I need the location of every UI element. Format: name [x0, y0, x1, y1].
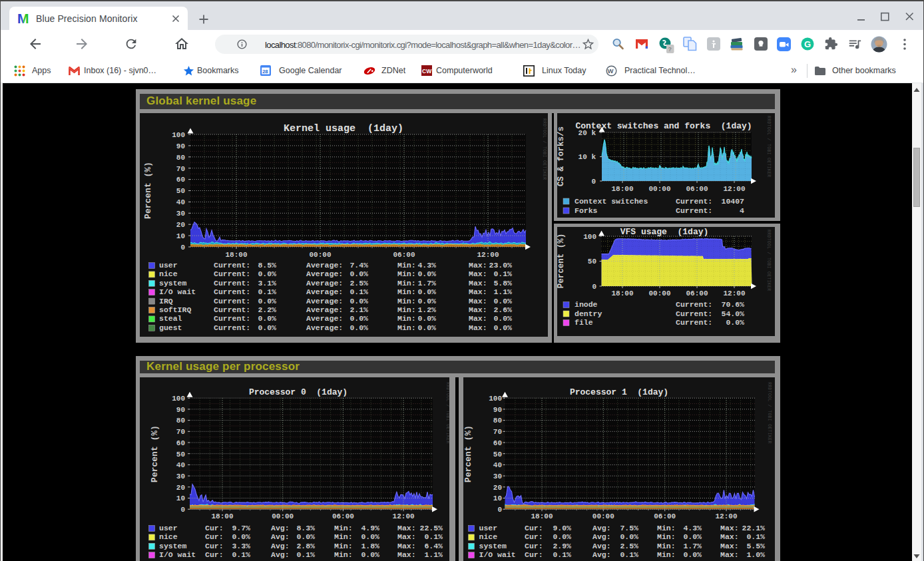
- svg-text:8.3%: 8.3%: [296, 524, 315, 532]
- svg-text:0.0%: 0.0%: [349, 323, 368, 332]
- svg-text:Cur:: Cur:: [525, 524, 543, 532]
- svg-text:3.3%: 3.3%: [232, 542, 250, 550]
- svg-text:0.0%: 0.0%: [417, 314, 436, 323]
- svg-text:Processor 1 (1day): Processor 1 (1day): [570, 387, 668, 397]
- svg-text:70.6%: 70.6%: [721, 300, 744, 309]
- svg-text:Average:: Average:: [306, 323, 343, 332]
- svg-text:1.7%: 1.7%: [683, 542, 702, 550]
- svg-text:RRDTOOL / TOBI OETIKER: RRDTOOL / TOBI OETIKER: [767, 382, 772, 443]
- svg-text:50: 50: [493, 451, 502, 459]
- svg-text:18:00: 18:00: [225, 251, 247, 259]
- svg-text:22.1%: 22.1%: [742, 524, 765, 532]
- svg-text:0.0%: 0.0%: [258, 297, 276, 305]
- svg-text:RRDTOOL / TOBI OETIKER: RRDTOOL / TOBI OETIKER: [766, 230, 771, 291]
- svg-text:90: 90: [493, 406, 502, 414]
- svg-text:I/O wait: I/O wait: [159, 550, 196, 559]
- svg-text:2.6%: 2.6%: [493, 305, 512, 314]
- svg-text:0.0%: 0.0%: [493, 314, 512, 323]
- svg-text:Cur:: Cur:: [525, 550, 543, 559]
- svg-text:2.9%: 2.9%: [553, 542, 571, 550]
- svg-text:00:00: 00:00: [648, 289, 670, 297]
- svg-text:Average:: Average:: [306, 279, 343, 287]
- svg-text:Min:: Min:: [334, 550, 353, 559]
- svg-text:CW: CW: [422, 68, 432, 75]
- svg-text:06:00: 06:00: [332, 512, 354, 520]
- svg-text:Forks: Forks: [575, 206, 598, 215]
- svg-text:Current:: Current:: [214, 297, 250, 305]
- svg-text:10: 10: [176, 494, 185, 502]
- svg-text:0.0%: 0.0%: [258, 314, 276, 323]
- svg-text:Avg:: Avg:: [271, 542, 290, 550]
- svg-text:60: 60: [493, 439, 502, 447]
- svg-text:Max:: Max:: [469, 297, 487, 305]
- svg-text:00:00: 00:00: [309, 251, 331, 259]
- svg-text:Cur:: Cur:: [525, 532, 543, 541]
- svg-text:2.5%: 2.5%: [349, 279, 368, 287]
- svg-text:0.0%: 0.0%: [349, 270, 368, 278]
- svg-text:Avg:: Avg:: [271, 532, 290, 541]
- svg-text:W: W: [608, 67, 614, 75]
- svg-text:10: 10: [493, 494, 502, 502]
- svg-text:0.0%: 0.0%: [417, 287, 436, 296]
- svg-text:Average:: Average:: [306, 270, 343, 278]
- svg-text:RRDTOOL / TOBI OETIKER: RRDTOOL / TOBI OETIKER: [445, 382, 449, 443]
- svg-text:0.0%: 0.0%: [683, 550, 702, 559]
- svg-text:system: system: [159, 279, 187, 287]
- svg-text:7.5%: 7.5%: [620, 524, 638, 532]
- svg-text:6.4%: 6.4%: [424, 542, 443, 550]
- svg-text:18:00: 18:00: [611, 289, 633, 297]
- svg-text:30: 30: [493, 472, 502, 480]
- svg-text:M: M: [17, 12, 29, 25]
- svg-text:Min:: Min:: [397, 287, 416, 296]
- svg-text:0.0%: 0.0%: [493, 297, 512, 305]
- svg-text:Current:: Current:: [214, 287, 250, 296]
- svg-text:Current:: Current:: [214, 314, 250, 323]
- svg-text:VFS usage (1day): VFS usage (1day): [620, 227, 709, 237]
- svg-text:0.1%: 0.1%: [232, 550, 250, 559]
- svg-text:Context switches and forks (1: Context switches and forks (1day): [575, 121, 752, 131]
- svg-text:Average:: Average:: [306, 297, 343, 305]
- svg-text:dentry: dentry: [575, 309, 602, 318]
- svg-text:Current:: Current:: [214, 279, 250, 287]
- svg-text:0.0%: 0.0%: [258, 270, 276, 278]
- svg-text:nice: nice: [159, 532, 178, 541]
- svg-text:softIRQ: softIRQ: [159, 305, 191, 314]
- svg-text:I/O wait: I/O wait: [479, 550, 516, 559]
- svg-text:RRDTOOL / TOBI OETIKER: RRDTOOL / TOBI OETIKER: [766, 116, 771, 177]
- svg-text:CS & forks/s: CS & forks/s: [557, 126, 566, 186]
- svg-text:8.5%: 8.5%: [258, 261, 276, 270]
- svg-text:80: 80: [176, 154, 185, 162]
- svg-text:Cur:: Cur:: [205, 524, 224, 532]
- svg-text:10407: 10407: [721, 197, 744, 206]
- svg-text:user: user: [159, 261, 178, 270]
- svg-text:guest: guest: [159, 323, 182, 332]
- svg-text:100: 100: [583, 233, 596, 241]
- svg-text:3.1%: 3.1%: [258, 279, 276, 287]
- svg-text:70: 70: [176, 428, 185, 436]
- svg-text:Percent (%): Percent (%): [143, 162, 153, 219]
- svg-text:Max:: Max:: [397, 542, 416, 550]
- svg-text:Avg:: Avg:: [592, 542, 611, 550]
- svg-text:Avg:: Avg:: [592, 524, 611, 532]
- svg-text:Max:: Max:: [469, 261, 487, 270]
- svg-text:100: 100: [172, 131, 185, 139]
- svg-text:5.8%: 5.8%: [493, 279, 512, 287]
- svg-text:Percent (%): Percent (%): [150, 425, 160, 482]
- svg-text:Min:: Min:: [397, 305, 416, 314]
- svg-text:Current:: Current:: [214, 305, 250, 314]
- svg-text:18:00: 18:00: [211, 512, 233, 520]
- svg-text:1.2%: 1.2%: [417, 305, 436, 314]
- svg-text:60: 60: [176, 176, 185, 184]
- svg-text:20 k: 20 k: [578, 129, 596, 137]
- svg-text:0.1%: 0.1%: [553, 550, 571, 559]
- svg-text:Min:: Min:: [657, 524, 676, 532]
- svg-text:23.0%: 23.0%: [489, 261, 512, 270]
- svg-text:0: 0: [592, 283, 596, 291]
- svg-text:5.5%: 5.5%: [746, 542, 765, 550]
- svg-text:IRQ: IRQ: [159, 297, 173, 305]
- svg-text:40: 40: [493, 461, 502, 469]
- svg-text:0: 0: [180, 244, 185, 252]
- svg-text:0.0%: 0.0%: [417, 297, 436, 305]
- svg-text:Cur:: Cur:: [525, 542, 543, 550]
- svg-text:0.1%: 0.1%: [746, 532, 765, 541]
